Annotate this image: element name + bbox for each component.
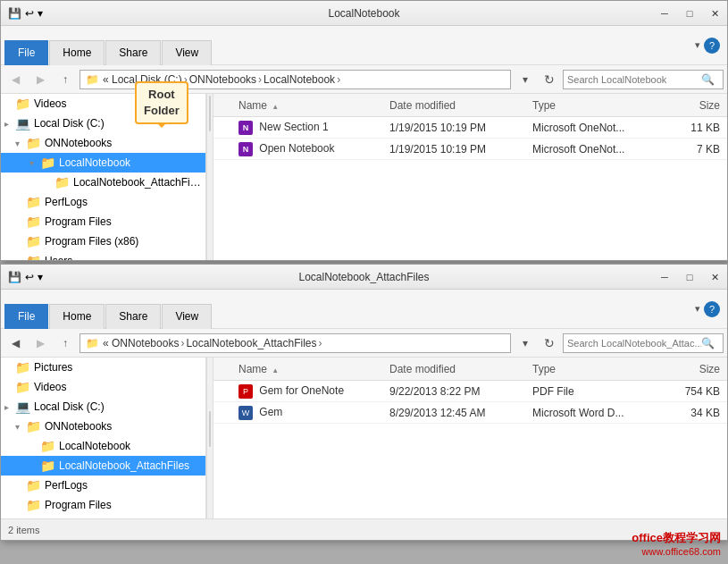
file-name-cell: N New Section 1 [238,121,389,135]
type-col-header[interactable]: Type [532,363,666,375]
back-btn-1[interactable]: ◀ [4,69,26,90]
scrollbar-2[interactable] [206,358,213,518]
tab-share-1[interactable]: Share [105,40,161,65]
sidebar-item-programfiles-2[interactable]: 📁 Program Files [1,495,205,515]
refresh-btn-2[interactable]: ↻ [540,333,559,353]
minimize-btn-2[interactable]: ─ [652,265,677,290]
sidebar-item-localnotebook-2[interactable]: 📁 LocalNotebook [1,436,205,456]
sort-arrow: ▲ [272,103,279,111]
quick-access-icon[interactable]: 💾 [8,7,21,20]
breadcrumb-2-2[interactable]: LocalNotebook_AttachFiles [186,337,316,349]
sidebar-item-users-1[interactable]: 📁 Users [1,251,205,260]
quick-access-icon2[interactable]: ↩ [25,7,34,20]
file-name-cell: P Gem for OneNote [238,384,389,399]
file-row[interactable]: N Open Notebook 1/19/2015 10:19 PM Micro… [213,139,727,160]
sidebar-label: LocalNotebook [59,440,130,452]
sidebar-label: PerfLogs [45,479,88,492]
date-col-header[interactable]: Date modified [389,99,532,112]
file-row[interactable]: N New Section 1 1/19/2015 10:19 PM Micro… [213,117,727,139]
dropdown-btn-1[interactable]: ▾ [515,69,536,90]
watermark: office教程学习网 www.office68.com [632,530,721,557]
ribbon-minimize-icon[interactable]: ▾ [695,39,700,51]
maximize-btn-1[interactable]: □ [677,1,702,26]
search-icon-2[interactable]: 🔍 [701,337,715,349]
sidebar-label: ONNotebooks [45,137,112,149]
file-name: Open Notebook [259,142,334,155]
forward-btn-2[interactable]: ▶ [29,333,51,354]
sidebar-item-attachfiles-2[interactable]: 📁 LocalNotebook_AttachFiles [1,456,205,476]
sidebar-item-onnotebooks-1[interactable]: ▾ 📁 ONNotebooks [1,133,205,153]
tab-view-1[interactable]: View [162,40,212,65]
sidebar-item-perflogs-2[interactable]: 📁 PerfLogs [1,476,205,495]
forward-btn-1[interactable]: ▶ [29,69,51,90]
expand-icon: ▸ [4,402,15,412]
toolbar-2: File Home Share View ▾ ? [1,290,727,329]
search-input-1[interactable] [567,74,701,85]
search-input-2[interactable] [567,338,701,349]
name-col-header[interactable]: Name ▲ [238,99,389,112]
file-type-cell: Microsoft Word D... [532,407,666,419]
breadcrumb-2-1[interactable]: « ONNotebooks [103,337,179,349]
file-list-2: Name ▲ Date modified Type Size P Gem for… [213,358,727,518]
file-date-cell: 9/22/2013 8:22 PM [389,385,532,398]
file-name-cell: N Open Notebook [238,142,389,156]
sort-arrow: ▲ [272,366,279,375]
quick-access-icon3[interactable]: ▾ [38,7,43,20]
tab-file-1[interactable]: File [4,40,48,65]
size-col-header[interactable]: Size [666,363,720,375]
quick-access-icon3[interactable]: ▾ [38,271,43,283]
up-btn-1[interactable]: ↑ [54,69,76,90]
tab-file-2[interactable]: File [4,304,48,329]
search-icon-1[interactable]: 🔍 [701,73,715,86]
drive-icon: 💻 [15,400,30,414]
sidebar-item-videos-2[interactable]: 📁 Videos [1,377,205,397]
sidebar-item-programfilesx86-2[interactable]: 📁 Program Files (x86) [1,515,205,518]
up-btn-2[interactable]: ↑ [54,333,76,354]
status-text-2: 2 items [8,525,39,535]
breadcrumb-2[interactable]: ONNotebooks [189,73,256,86]
sidebar-item-localnotebook-1[interactable]: ▾ 📁 LocalNotebook [1,153,205,173]
type-col-header[interactable]: Type [532,99,666,112]
address-path-2[interactable]: 📁 « ONNotebooks › LocalNotebook_AttachFi… [79,333,511,353]
file-row[interactable]: P Gem for OneNote 9/22/2013 8:22 PM PDF … [213,381,727,402]
window-controls-1: ─ □ ✕ [652,1,727,26]
minimize-btn-1[interactable]: ─ [652,1,677,26]
title-bar-1: 💾 ↩ ▾ LocalNotebook ─ □ ✕ [1,1,727,26]
name-col-header[interactable]: Name ▲ [238,363,389,375]
scrollbar-1[interactable] [206,94,213,260]
back-btn-2[interactable]: ◀ [4,333,26,354]
close-btn-1[interactable]: ✕ [702,1,727,26]
tab-home-1[interactable]: Home [49,40,105,65]
close-btn-2[interactable]: ✕ [702,265,727,290]
ribbon-minimize-icon-2[interactable]: ▾ [695,303,700,315]
sidebar-item-programfilesx86-1[interactable]: 📁 Program Files (x86) [1,231,205,251]
folder-icon: 📁 [26,478,41,492]
help-icon-1[interactable]: ? [704,38,720,54]
breadcrumb-3[interactable]: LocalNotebook [264,73,335,86]
watermark-line2: www.office68.com [632,546,721,557]
sidebar-item-localdisk-2[interactable]: ▸ 💻 Local Disk (C:) [1,397,205,417]
quick-access-icon2[interactable]: ↩ [25,271,34,283]
tab-home-2[interactable]: Home [49,304,105,329]
size-col-header[interactable]: Size [666,99,720,112]
date-col-header[interactable]: Date modified [389,363,532,375]
refresh-btn-1[interactable]: ↻ [540,70,559,89]
onenote-icon: N [238,142,253,156]
dropdown-btn-2[interactable]: ▾ [515,333,536,354]
sidebar-item-attachfiles-1[interactable]: 📁 LocalNotebook_AttachFiles [1,173,205,192]
expand-icon: ▾ [29,158,40,168]
search-box-1: 🔍 [563,70,724,89]
status-bar-2: 2 items [1,518,727,540]
tab-share-2[interactable]: Share [105,304,161,329]
sidebar-label: Videos [34,381,66,393]
sidebar-item-pictures-2[interactable]: 📁 Pictures [1,358,205,377]
quick-access-icon[interactable]: 💾 [8,271,21,283]
sidebar-item-perflogs-1[interactable]: 📁 PerfLogs [1,192,205,212]
sidebar-item-onnotebooks-2[interactable]: ▾ 📁 ONNotebooks [1,417,205,436]
help-icon-2[interactable]: ? [704,301,720,317]
tab-view-2[interactable]: View [162,304,212,329]
maximize-btn-2[interactable]: □ [677,265,702,290]
word-icon: W [238,406,253,420]
sidebar-item-programfiles-1[interactable]: 📁 Program Files [1,212,205,231]
file-row[interactable]: W Gem 8/29/2013 12:45 AM Microsoft Word … [213,402,727,424]
